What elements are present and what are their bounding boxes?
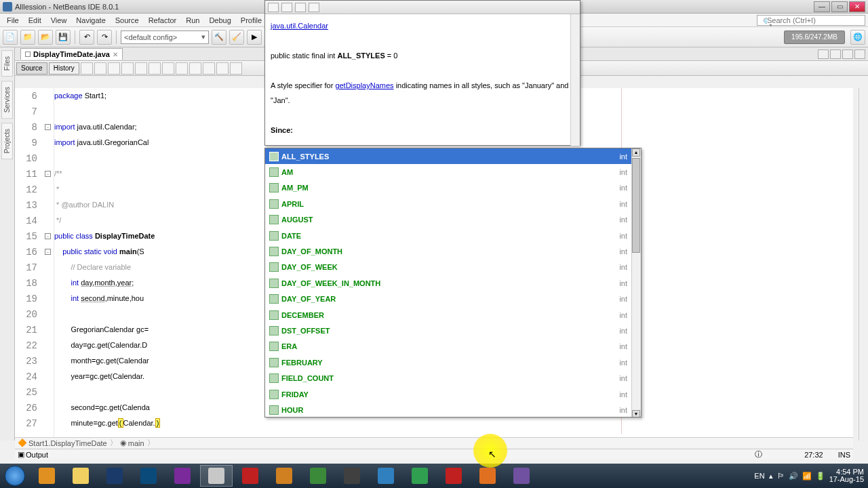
fold-toggle[interactable]: - bbox=[45, 171, 51, 177]
menu-edit[interactable]: Edit bbox=[24, 15, 45, 26]
tray-clock[interactable]: 4:54 PM17-Aug-15 bbox=[829, 468, 864, 483]
menu-profile[interactable]: Profile bbox=[237, 15, 266, 26]
completion-item[interactable]: AM_PMint bbox=[265, 180, 641, 196]
taskbar-app[interactable] bbox=[437, 465, 470, 487]
javadoc-class-link[interactable]: java.util.Calendar bbox=[271, 22, 328, 30]
taskbar-app[interactable] bbox=[234, 465, 267, 487]
quick-search[interactable]: 🔍 bbox=[757, 15, 865, 26]
taskbar-app[interactable] bbox=[370, 465, 402, 487]
et-icon[interactable] bbox=[135, 62, 147, 75]
et-icon[interactable] bbox=[230, 62, 242, 75]
jd-back-button[interactable] bbox=[268, 3, 279, 12]
et-icon[interactable] bbox=[189, 62, 201, 75]
completion-item[interactable]: FIELD_COUNTint bbox=[265, 370, 641, 386]
taskbar-app[interactable] bbox=[302, 465, 334, 487]
taskbar-app[interactable] bbox=[31, 465, 63, 487]
et-icon[interactable] bbox=[149, 62, 161, 75]
tray-volume-icon[interactable]: 🔊 bbox=[789, 472, 798, 481]
start-button[interactable] bbox=[0, 464, 30, 488]
completion-item[interactable]: DST_OFFSETint bbox=[265, 323, 641, 338]
dock-projects[interactable]: Projects bbox=[1, 123, 13, 159]
taskbar-app[interactable] bbox=[64, 465, 97, 487]
breadcrumb-method[interactable]: ◉ main bbox=[120, 439, 144, 447]
completion-item[interactable]: DATEint bbox=[265, 228, 641, 243]
jd-forward-button[interactable] bbox=[281, 3, 292, 12]
et-icon[interactable] bbox=[176, 62, 188, 75]
scroll-thumb[interactable] bbox=[632, 158, 640, 253]
fold-toggle[interactable]: - bbox=[45, 249, 51, 255]
completion-item[interactable]: FEBRUARYint bbox=[265, 354, 641, 370]
tray-network-icon[interactable]: 📶 bbox=[802, 472, 812, 481]
jd-browser-button[interactable] bbox=[295, 3, 306, 12]
et-icon[interactable] bbox=[216, 62, 229, 75]
taskbar-app[interactable] bbox=[98, 465, 131, 487]
menu-view[interactable]: View bbox=[47, 15, 71, 26]
completion-item[interactable]: ERAint bbox=[265, 339, 641, 354]
taskbar-app[interactable] bbox=[132, 465, 165, 487]
taskbar-app[interactable] bbox=[200, 465, 233, 487]
scroll-up-icon[interactable]: ▴ bbox=[632, 148, 640, 157]
redo-button[interactable]: ↷ bbox=[97, 30, 112, 45]
maximize-button[interactable]: ▭ bbox=[831, 1, 848, 12]
dock-files[interactable]: Files bbox=[1, 50, 13, 77]
javadoc-desc-link[interactable]: getDisplayNames bbox=[335, 81, 393, 89]
new-file-button[interactable]: 📄 bbox=[3, 30, 18, 45]
taskbar-app[interactable] bbox=[471, 465, 504, 487]
completion-item[interactable]: DECEMBERint bbox=[265, 307, 641, 323]
tray-lang[interactable]: EN bbox=[754, 472, 764, 480]
menu-source[interactable]: Source bbox=[111, 15, 143, 26]
menu-run[interactable]: Run bbox=[182, 15, 203, 26]
breadcrumb-class[interactable]: 🔶 Start1.DisplayTimeDate bbox=[18, 439, 107, 447]
source-view-button[interactable]: Source bbox=[16, 62, 47, 75]
taskbar-app[interactable] bbox=[505, 465, 538, 487]
completion-scrollbar[interactable]: ▴ ▾ bbox=[631, 148, 641, 418]
jd-source-button[interactable] bbox=[309, 3, 319, 12]
file-tab-active[interactable]: DisplayTimeDate.java ✕ bbox=[20, 48, 123, 60]
gc-button[interactable]: 🌐 bbox=[850, 30, 865, 45]
menu-debug[interactable]: Debug bbox=[205, 15, 235, 26]
taskbar-app[interactable] bbox=[166, 465, 199, 487]
close-button[interactable]: ✕ bbox=[849, 1, 865, 12]
undo-button[interactable]: ↶ bbox=[79, 30, 94, 45]
completion-item[interactable]: DAY_OF_MONTHint bbox=[265, 243, 641, 259]
save-all-button[interactable]: 💾 bbox=[56, 30, 71, 45]
taskbar-app[interactable] bbox=[403, 465, 436, 487]
et-icon[interactable] bbox=[203, 62, 215, 75]
completion-item[interactable]: AUGUSTint bbox=[265, 212, 641, 228]
tab-max-button[interactable] bbox=[854, 49, 865, 59]
output-panel-tab[interactable]: ▣ Output ⓘ 27:32 INS bbox=[15, 449, 853, 460]
javadoc-scrollbar[interactable] bbox=[570, 14, 580, 146]
menu-navigate[interactable]: Navigate bbox=[72, 15, 109, 26]
minimize-button[interactable]: — bbox=[814, 1, 830, 12]
tab-prev-button[interactable] bbox=[818, 49, 829, 59]
build-button[interactable]: 🔨 bbox=[212, 30, 226, 45]
fold-toggle[interactable]: - bbox=[45, 124, 51, 130]
new-project-button[interactable]: 📁 bbox=[20, 30, 35, 45]
completion-item[interactable]: APRILint bbox=[265, 196, 641, 211]
dock-services[interactable]: Services bbox=[1, 81, 13, 119]
config-dropdown[interactable]: <default config> bbox=[121, 30, 209, 44]
tab-list-button[interactable] bbox=[842, 49, 853, 59]
error-stripe[interactable] bbox=[859, 88, 868, 441]
code-line[interactable]: minute=gc.get(Calendar.) bbox=[54, 415, 853, 431]
clean-build-button[interactable]: 🧹 bbox=[229, 30, 244, 45]
completion-item[interactable]: ALL_STYLESint bbox=[265, 148, 641, 164]
completion-item[interactable]: HOURint bbox=[265, 402, 641, 418]
et-icon[interactable] bbox=[121, 62, 134, 75]
completion-item[interactable]: FRIDAYint bbox=[265, 386, 641, 402]
completion-popup[interactable]: ▴ ▾ ALL_STYLESintAMintAM_PMintAPRILintAU… bbox=[264, 148, 642, 418]
tab-next-button[interactable] bbox=[830, 49, 841, 59]
et-icon[interactable] bbox=[94, 62, 106, 75]
tray-up-icon[interactable]: ▴ bbox=[769, 472, 773, 481]
search-input[interactable] bbox=[767, 16, 863, 24]
tray-flag-icon[interactable]: 🏳 bbox=[777, 472, 785, 480]
history-view-button[interactable]: History bbox=[49, 62, 79, 75]
taskbar-app[interactable] bbox=[336, 465, 368, 487]
scroll-down-icon[interactable]: ▾ bbox=[632, 410, 640, 418]
taskbar-app[interactable] bbox=[268, 465, 300, 487]
et-icon[interactable] bbox=[81, 62, 93, 75]
et-icon[interactable] bbox=[108, 62, 120, 75]
tray-battery-icon[interactable]: 🔋 bbox=[816, 472, 825, 481]
menu-refactor[interactable]: Refactor bbox=[144, 15, 181, 26]
run-button[interactable]: ▶ bbox=[247, 30, 262, 45]
